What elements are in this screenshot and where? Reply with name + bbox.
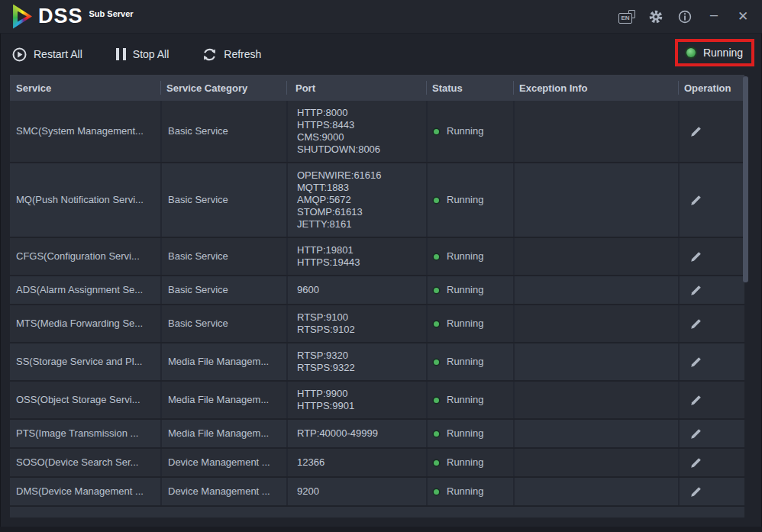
edit-pencil-icon[interactable]	[690, 251, 702, 263]
title-bar: DSS Sub Server EN –	[0, 0, 762, 34]
operation-cell	[678, 343, 744, 380]
edit-pencil-icon[interactable]	[690, 428, 702, 440]
operation-cell	[678, 449, 744, 476]
exception-info-cell	[513, 449, 678, 476]
service-category-cell: Media File Managem...	[160, 343, 286, 380]
status-dot	[434, 460, 439, 466]
port-cell: OPENWIRE:61616 MQTT:1883 AMQP:5672 STOMP…	[286, 163, 426, 237]
service-category-cell: Basic Service	[160, 238, 286, 275]
status-dot	[434, 431, 439, 437]
service-category-cell: Basic Service	[160, 276, 286, 304]
edit-pencil-icon[interactable]	[690, 457, 702, 469]
service-category-cell: Media File Managem...	[160, 382, 286, 418]
table-row: CFGS(Configuration Servi... Basic Servic…	[10, 238, 744, 276]
table-row: ADS(Alarm Assignment Se... Basic Service…	[10, 276, 744, 305]
edit-pencil-icon[interactable]	[690, 395, 702, 406]
table-body: SMC(System Management... Basic Service H…	[10, 101, 744, 507]
exception-info-cell	[513, 420, 678, 447]
operation-cell	[678, 478, 744, 505]
port-cell: HTTP:9900 HTTPS:9901	[286, 382, 426, 418]
service-category-cell: Media File Managem...	[160, 420, 286, 447]
operation-cell	[678, 305, 744, 342]
col-header-operation: Operation	[678, 75, 744, 101]
status-label: Running	[447, 427, 483, 440]
edit-pencil-icon[interactable]	[690, 356, 702, 368]
service-table: Service Service Category Port Status Exc…	[10, 75, 744, 517]
service-cell: CFGS(Configuration Servi...	[10, 238, 160, 275]
status-label: Running	[447, 394, 483, 406]
restart-icon	[12, 47, 27, 62]
restart-all-button[interactable]: Restart All	[12, 47, 82, 62]
table-row: OSS(Object Storage Servi... Media File M…	[10, 382, 744, 420]
status-label: Running	[447, 125, 483, 137]
service-cell: DMS(Device Management ...	[10, 478, 160, 505]
operation-cell	[678, 382, 744, 418]
table-header: Service Service Category Port Status Exc…	[10, 75, 744, 101]
col-header-exception-info: Exception Info	[513, 75, 678, 101]
service-category-cell: Device Management ...	[160, 449, 286, 476]
status-cell: Running	[426, 238, 513, 275]
edit-pencil-icon[interactable]	[690, 285, 702, 296]
port-cell: 12366	[286, 449, 426, 476]
language-icon[interactable]: EN	[618, 8, 635, 25]
exception-info-cell	[513, 382, 678, 418]
edit-pencil-icon[interactable]	[690, 318, 702, 330]
vertical-scrollbar[interactable]	[743, 76, 748, 282]
table-row: DMS(Device Management ... Device Managem…	[10, 478, 744, 507]
table-row: MTS(Media Forwarding Se... Basic Service…	[10, 305, 744, 343]
dss-logo-icon	[12, 5, 32, 29]
col-header-service: Service	[10, 75, 160, 101]
table-row: MQ(Push Notification Servi... Basic Serv…	[10, 163, 744, 238]
service-cell: SMC(System Management...	[10, 101, 160, 162]
service-cell: MQ(Push Notification Servi...	[10, 163, 160, 237]
status-label: Running	[447, 318, 483, 330]
info-icon[interactable]	[676, 8, 693, 25]
exception-info-cell	[513, 343, 678, 380]
exception-info-cell	[513, 305, 678, 342]
app-title: DSS	[38, 6, 83, 27]
service-category-cell: Basic Service	[160, 305, 286, 342]
stop-all-button[interactable]: Stop All	[116, 48, 169, 60]
status-dot	[434, 398, 439, 403]
minimize-icon[interactable]: –	[705, 8, 722, 25]
status-dot	[434, 321, 439, 327]
status-cell: Running	[426, 276, 513, 304]
status-dot	[434, 489, 439, 495]
operation-cell	[678, 238, 744, 275]
status-dot	[434, 288, 439, 293]
status-dot	[434, 254, 439, 260]
server-status-label: Running	[703, 47, 743, 59]
table-row: SMC(System Management... Basic Service H…	[10, 101, 744, 163]
table-row: SOSO(Device Search Ser... Device Managem…	[10, 449, 744, 478]
status-cell: Running	[426, 101, 513, 162]
port-cell: 9200	[286, 478, 426, 505]
service-category-cell: Device Management ...	[160, 478, 286, 505]
close-icon[interactable]: ✕	[735, 8, 751, 25]
status-label: Running	[447, 194, 483, 206]
operation-cell	[678, 420, 744, 447]
service-cell: OSS(Object Storage Servi...	[10, 382, 160, 418]
status-cell: Running	[426, 449, 513, 476]
service-cell: SS(Storage Service and Pl...	[10, 343, 160, 380]
table-row: PTS(Image Transmission ... Media File Ma…	[10, 420, 744, 449]
status-dot	[434, 198, 439, 203]
app-brand: DSS Sub Server	[12, 5, 134, 29]
service-category-cell: Basic Service	[160, 163, 286, 237]
app-subtitle: Sub Server	[89, 9, 134, 18]
col-header-service-category: Service Category	[160, 75, 286, 101]
edit-pencil-icon[interactable]	[690, 486, 702, 498]
operation-cell	[678, 163, 744, 237]
status-label: Running	[447, 284, 483, 296]
exception-info-cell	[513, 276, 678, 304]
status-dot	[686, 48, 696, 57]
exception-info-cell	[513, 238, 678, 275]
edit-pencil-icon[interactable]	[690, 126, 702, 137]
port-cell: 9600	[286, 276, 426, 304]
exception-info-cell	[513, 101, 678, 162]
server-status-indicator[interactable]: Running	[675, 39, 754, 66]
edit-pencil-icon[interactable]	[690, 195, 702, 206]
service-category-cell: Basic Service	[160, 101, 286, 162]
port-cell: HTTP:8000 HTTPS:8443 CMS:9000 SHUTDOWN:8…	[286, 101, 426, 162]
refresh-button[interactable]: Refresh	[202, 47, 261, 62]
gear-icon[interactable]	[647, 8, 664, 25]
